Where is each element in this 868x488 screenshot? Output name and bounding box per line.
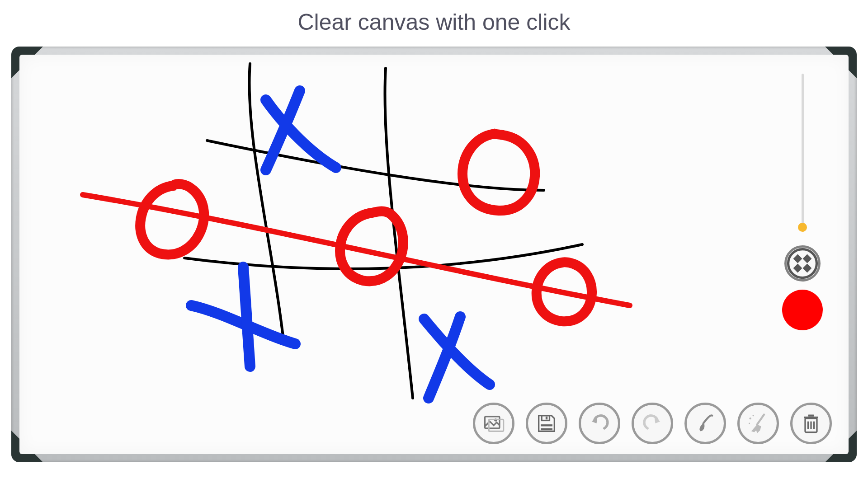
bottom-toolbar xyxy=(473,403,832,444)
svg-point-16 xyxy=(753,415,754,416)
svg-line-14 xyxy=(757,415,764,425)
side-panel xyxy=(782,74,823,330)
redo-icon xyxy=(641,412,664,435)
insert-image-button[interactable] xyxy=(473,403,514,444)
trash-icon xyxy=(799,412,823,435)
svg-rect-10 xyxy=(541,424,552,426)
svg-point-0 xyxy=(788,249,817,278)
image-icon xyxy=(482,412,505,435)
redo-button[interactable] xyxy=(632,403,673,444)
svg-rect-3 xyxy=(793,264,802,273)
shapes-icon xyxy=(787,248,818,279)
whiteboard xyxy=(11,47,857,462)
undo-button[interactable] xyxy=(579,403,620,444)
clear-canvas-button[interactable] xyxy=(737,403,779,444)
brush-icon xyxy=(693,412,717,435)
svg-rect-11 xyxy=(541,428,552,430)
page-title: Clear canvas with one click xyxy=(0,0,868,40)
undo-icon xyxy=(588,412,611,435)
trash-button[interactable] xyxy=(790,403,832,444)
svg-rect-2 xyxy=(803,254,812,263)
svg-rect-4 xyxy=(803,264,812,273)
svg-rect-20 xyxy=(808,415,814,417)
current-color-indicator[interactable] xyxy=(782,290,823,330)
svg-rect-1 xyxy=(793,254,802,263)
o-marks xyxy=(140,134,592,321)
shapes-button[interactable] xyxy=(784,245,821,282)
svg-rect-8 xyxy=(542,416,549,421)
brush-size-slider[interactable] xyxy=(802,74,804,227)
brush-button[interactable] xyxy=(684,403,726,444)
broom-icon xyxy=(746,412,770,435)
svg-point-15 xyxy=(750,418,751,419)
brush-size-slider-thumb[interactable] xyxy=(798,223,807,232)
svg-rect-9 xyxy=(546,417,547,420)
save-button[interactable] xyxy=(526,403,567,444)
drawing-canvas[interactable] xyxy=(19,55,849,454)
save-icon xyxy=(535,412,558,435)
svg-rect-19 xyxy=(804,417,818,418)
svg-point-17 xyxy=(749,422,750,424)
